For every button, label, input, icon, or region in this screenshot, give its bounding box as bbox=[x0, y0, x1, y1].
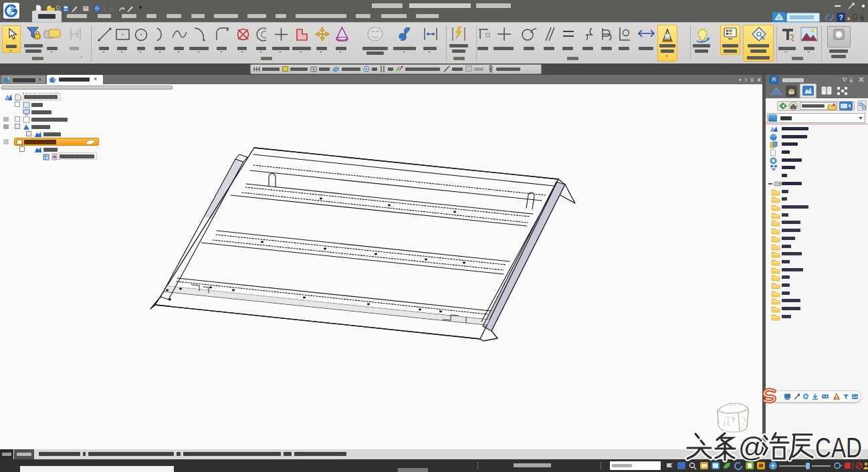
svg-text:CAD: CAD bbox=[815, 432, 862, 463]
svg-text:@: @ bbox=[738, 432, 766, 463]
